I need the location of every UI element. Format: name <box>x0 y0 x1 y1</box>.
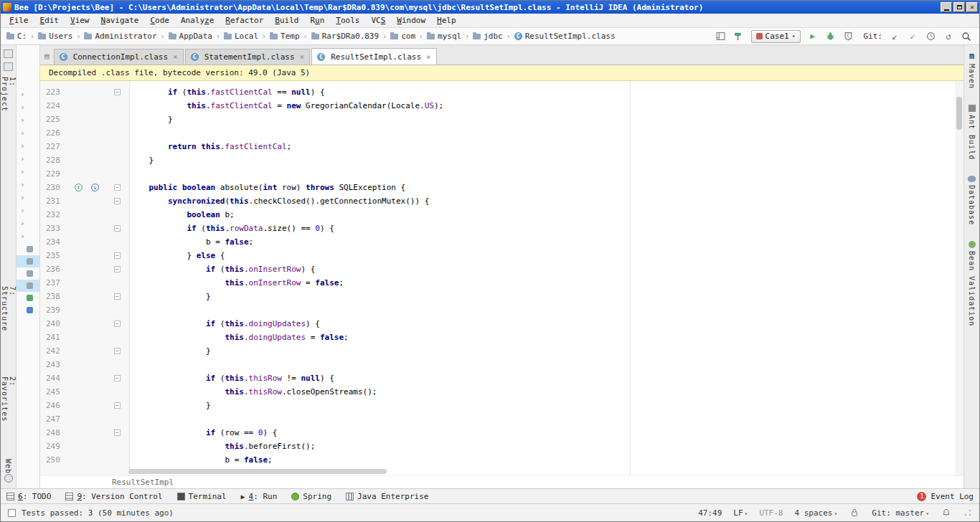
menu-refactor[interactable]: Refactor <box>220 14 269 28</box>
rollback-icon[interactable]: ↺ <box>943 31 954 42</box>
code-text[interactable]: public boolean absolute(int row) throws … <box>124 181 405 194</box>
line-number[interactable]: 230 <box>40 181 67 194</box>
line-number[interactable]: 238 <box>40 290 67 303</box>
tree-expand-arrow[interactable]: › <box>17 230 39 243</box>
restore-button[interactable] <box>953 2 965 12</box>
tree-expand-arrow[interactable]: › <box>17 204 39 217</box>
code-text[interactable]: b = false; <box>124 235 253 249</box>
code-text[interactable]: } <box>124 344 211 358</box>
code-text[interactable]: b = false; <box>124 453 273 467</box>
line-separator[interactable]: LF▾ <box>733 508 748 518</box>
editor-breadcrumb[interactable]: ResultSetImpl <box>112 478 174 487</box>
breadcrumb-item[interactable]: Local <box>222 31 260 42</box>
line-number[interactable]: 236 <box>40 262 67 276</box>
line-number[interactable]: 241 <box>40 331 67 344</box>
tree-expand-arrow[interactable]: › <box>17 114 39 127</box>
line-number[interactable]: 226 <box>40 126 67 140</box>
method-overridden-icon[interactable]: ↓ <box>91 184 99 191</box>
build-hammer-icon[interactable] <box>733 31 745 42</box>
tab-list-icon[interactable]: ▤ <box>44 52 50 61</box>
tree-item[interactable] <box>17 243 39 255</box>
line-number[interactable]: 232 <box>40 208 67 222</box>
code-text[interactable] <box>124 303 130 317</box>
code-text[interactable]: return this.fastClientCal; <box>124 140 291 153</box>
tree-expand-arrow[interactable]: › <box>17 179 39 191</box>
fold-marker-icon[interactable]: − <box>114 402 121 409</box>
minimize-button[interactable] <box>941 2 952 12</box>
line-number[interactable]: 246 <box>40 399 67 412</box>
line-number[interactable]: 247 <box>40 412 67 426</box>
line-number[interactable]: 225 <box>40 113 67 126</box>
tool-button-maven[interactable]: mMaven <box>968 51 976 89</box>
tree-expand-arrow[interactable]: › <box>17 140 39 153</box>
code-text[interactable]: this.fastClientCal = new GregorianCalend… <box>124 99 443 113</box>
status-toggle-icon[interactable] <box>8 509 16 517</box>
menu-code[interactable]: Code <box>144 14 175 28</box>
close-icon[interactable]: × <box>173 52 178 62</box>
line-number[interactable]: 224 <box>40 99 67 113</box>
line-number[interactable]: 223 <box>40 85 67 99</box>
line-number[interactable]: 239 <box>40 303 67 317</box>
notifications-bell-icon[interactable] <box>941 507 952 518</box>
line-number[interactable]: 250 <box>40 453 67 467</box>
tree-expand-arrow[interactable]: › <box>17 127 39 140</box>
line-number[interactable]: 237 <box>40 276 67 290</box>
fold-marker-icon[interactable]: − <box>114 375 121 381</box>
line-number[interactable]: 231 <box>40 194 67 208</box>
breadcrumb-item[interactable]: com <box>389 31 417 42</box>
fold-marker-icon[interactable]: − <box>114 293 121 300</box>
commit-icon[interactable]: ✓ <box>907 31 918 42</box>
caret-position[interactable]: 47:49 <box>698 508 722 518</box>
file-encoding[interactable]: UTF-8 <box>759 508 783 518</box>
tree-expand-arrow[interactable]: › <box>17 88 39 101</box>
tool-window-button-6-todo[interactable]: 6: TODO <box>6 492 51 501</box>
fold-marker-icon[interactable]: − <box>114 430 121 436</box>
tree-item[interactable] <box>17 267 39 280</box>
status-message[interactable]: Tests passed: 3 (50 minutes ago) <box>22 508 174 518</box>
code-text[interactable] <box>124 412 130 426</box>
tool-button-favorites[interactable]: 2: Favorites <box>1 376 17 433</box>
git-branch-widget[interactable]: Git: master▾ <box>872 508 929 518</box>
tree-expand-arrow[interactable]: › <box>17 101 39 114</box>
code-text[interactable] <box>124 167 130 181</box>
fold-marker-icon[interactable]: − <box>114 252 121 259</box>
menu-navigate[interactable]: Navigate <box>95 14 145 28</box>
breadcrumb-item[interactable]: AppData <box>167 31 214 42</box>
breadcrumb-item[interactable]: Rar$DRa0.839 <box>310 31 380 42</box>
tree-item[interactable] <box>17 292 39 304</box>
menu-file[interactable]: File <box>4 14 34 28</box>
menu-view[interactable]: View <box>65 14 95 28</box>
menu-window[interactable]: Window <box>391 14 431 28</box>
line-number[interactable]: 235 <box>40 249 67 262</box>
tool-button-structure[interactable]: 7: Structure <box>1 286 17 343</box>
line-number[interactable]: 233 <box>40 222 67 235</box>
tree-item[interactable] <box>17 255 39 267</box>
horizontal-scrollbar-thumb[interactable] <box>128 469 387 474</box>
code-text[interactable]: if (row == 0) { <box>124 426 277 440</box>
menu-build[interactable]: Build <box>269 14 304 28</box>
code-text[interactable] <box>124 358 130 371</box>
layout-icon[interactable] <box>715 31 727 42</box>
tool-window-button-java-enterprise[interactable]: Java Enterprise <box>346 492 428 501</box>
overrides-method-icon[interactable]: ↑ <box>75 184 83 191</box>
tool-button-database[interactable]: Database <box>968 176 976 225</box>
lock-icon[interactable] <box>849 507 860 518</box>
code-text[interactable]: if (this.rowData.size() == 0) { <box>124 222 334 235</box>
fold-marker-icon[interactable]: − <box>114 184 121 191</box>
code-text[interactable]: this.doingUpdates = false; <box>124 331 349 344</box>
code-text[interactable]: if (this.doingUpdates) { <box>124 317 320 331</box>
line-number[interactable]: 240 <box>40 317 67 331</box>
breadcrumb-item[interactable]: mysql <box>425 31 463 42</box>
line-number[interactable]: 243 <box>40 358 67 371</box>
tool-button-ant-build[interactable]: Ant Build <box>968 105 976 160</box>
tree-item[interactable] <box>17 280 39 292</box>
menu-edit[interactable]: Edit <box>34 14 65 28</box>
tool-window-button-spring[interactable]: Spring <box>291 492 331 501</box>
run-icon[interactable]: ▶ <box>807 31 819 42</box>
breadcrumb-item[interactable]: Temp <box>268 31 301 42</box>
line-number[interactable]: 244 <box>40 371 67 385</box>
vertical-scrollbar[interactable] <box>955 81 963 475</box>
line-number[interactable]: 245 <box>40 385 67 399</box>
line-number[interactable]: 242 <box>40 344 67 358</box>
tree-expand-arrow[interactable]: › <box>17 191 39 204</box>
